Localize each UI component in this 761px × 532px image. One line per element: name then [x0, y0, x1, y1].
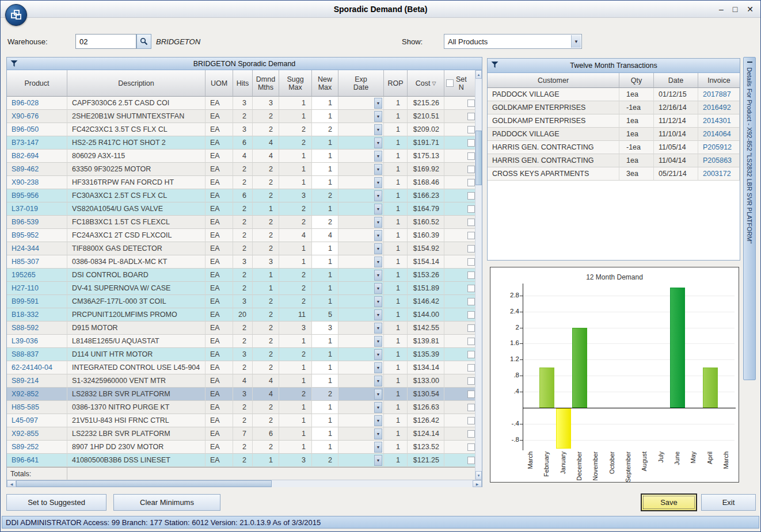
exp-date-cell[interactable]: ▼ [338, 374, 384, 388]
new-max-cell[interactable]: 1 [312, 202, 338, 216]
horizontal-scrollbar-thumb[interactable] [16, 480, 272, 487]
exp-date-dropdown-icon[interactable]: ▼ [374, 98, 382, 109]
table-row[interactable]: B96-028CAPF3030C6 2.5T CASD COIEA3311▼1$… [7, 97, 476, 110]
exp-date-dropdown-icon[interactable]: ▼ [374, 323, 382, 334]
new-max-cell[interactable]: 1 [312, 295, 338, 308]
product-cell[interactable]: S88-837 [7, 348, 67, 361]
maximize-button[interactable]: □ [733, 5, 737, 14]
product-cell[interactable]: B96-028 [7, 97, 67, 110]
exp-date-dropdown-icon[interactable]: ▼ [374, 402, 382, 413]
product-cell[interactable]: H85-307 [7, 255, 67, 269]
new-max-cell[interactable]: 1 [312, 136, 338, 150]
product-cell[interactable]: B95-956 [7, 189, 67, 202]
exp-date-cell[interactable]: ▼ [338, 308, 384, 322]
col-header-new[interactable]: New Max [312, 70, 338, 97]
select-all-checkbox[interactable] [446, 79, 454, 87]
new-max-cell[interactable]: 1 [312, 97, 338, 110]
set-checkbox[interactable] [467, 417, 475, 424]
set-checkbox[interactable] [467, 152, 475, 160]
exp-date-cell[interactable]: ▼ [338, 202, 384, 216]
table-row[interactable]: X90-238HF3316TRPW FAN FORCD HTEA2211▼1$1… [7, 176, 476, 189]
new-max-cell[interactable]: 1 [312, 255, 338, 269]
exp-date-dropdown-icon[interactable]: ▼ [374, 124, 382, 135]
table-row[interactable]: B96-64141080500B3B6 DSS LINESETEA2132▼1$… [7, 454, 476, 467]
invoice-link[interactable]: 2016492 [698, 101, 740, 114]
tx-col-header-date[interactable]: Date [654, 73, 698, 88]
new-max-cell[interactable]: 1 [312, 414, 338, 427]
table-row[interactable]: B73-147HS2-25 R417C HOT SHOT 2EA6421▼1$1… [7, 136, 476, 150]
tx-col-header-customer[interactable]: Customer [488, 73, 619, 88]
new-max-cell[interactable]: 1 [312, 401, 338, 414]
exp-date-cell[interactable]: ▼ [338, 242, 384, 255]
product-cell[interactable]: H24-344 [7, 242, 67, 255]
table-row[interactable]: B95-952FC24A3XC1 2T CSD FLXCOILEA2244▼1$… [7, 229, 476, 242]
new-max-cell[interactable]: 1 [312, 361, 338, 374]
filter-icon[interactable] [10, 60, 18, 69]
table-row[interactable]: X92-852LS2832 LBR SVR PLATFORMEA3422▼1$1… [7, 388, 476, 401]
invoice-link[interactable]: P205912 [698, 141, 740, 154]
exp-date-cell[interactable]: ▼ [338, 136, 384, 150]
col-header-hits[interactable]: Hits [233, 70, 253, 97]
set-checkbox[interactable] [467, 364, 475, 372]
exp-date-dropdown-icon[interactable]: ▼ [374, 217, 382, 228]
exp-date-dropdown-icon[interactable]: ▼ [374, 204, 382, 215]
col-header-cost[interactable]: Cost▽ [408, 70, 444, 97]
exit-button[interactable]: Exit [701, 494, 756, 511]
table-row[interactable]: 195265DSI CONTROL BOARDEA2121▼1$153.26 [7, 269, 476, 282]
table-row[interactable]: S89-46263350 9F30225 MOTOREA2211▼1$169.9… [7, 163, 476, 176]
exp-date-cell[interactable]: ▼ [338, 414, 384, 427]
new-max-cell[interactable]: 1 [312, 176, 338, 189]
set-checkbox[interactable] [467, 377, 475, 385]
exp-date-cell[interactable]: ▼ [338, 216, 384, 229]
new-max-cell[interactable]: 1 [312, 242, 338, 255]
exp-date-dropdown-icon[interactable]: ▼ [374, 151, 382, 162]
vertical-scrollbar[interactable]: ▲ ▼ [475, 70, 482, 480]
table-row[interactable]: B18-332PRCPUNIT120LMFIMS PROMOEA202115▼1… [7, 308, 476, 322]
table-row[interactable]: S88-592D915 MOTOREA2233▼1$142.55 [7, 322, 476, 335]
set-checkbox[interactable] [467, 192, 475, 200]
exp-date-dropdown-icon[interactable]: ▼ [374, 309, 382, 320]
exp-date-dropdown-icon[interactable]: ▼ [374, 442, 382, 453]
exp-date-cell[interactable]: ▼ [338, 361, 384, 374]
set-checkbox[interactable] [467, 139, 475, 147]
set-checkbox[interactable] [467, 457, 475, 464]
new-max-cell[interactable]: 2 [312, 454, 338, 467]
set-checkbox[interactable] [467, 404, 475, 411]
new-max-cell[interactable]: 2 [312, 216, 338, 229]
exp-date-dropdown-icon[interactable]: ▼ [374, 376, 382, 386]
set-checkbox[interactable] [467, 271, 475, 279]
invoice-link[interactable]: 2014064 [698, 128, 740, 141]
exp-date-cell[interactable]: ▼ [338, 97, 384, 110]
product-cell[interactable]: 195265 [7, 269, 67, 282]
set-checkbox[interactable] [467, 298, 475, 305]
product-cell[interactable]: B82-694 [7, 150, 67, 163]
table-row[interactable]: S89-214S1-32425960000 VENT MTREA4411▼1$1… [7, 374, 476, 388]
invoice-link[interactable]: P205863 [698, 154, 740, 167]
set-checkbox[interactable] [467, 99, 475, 107]
exp-date-dropdown-icon[interactable]: ▼ [374, 137, 382, 148]
new-max-cell[interactable]: 1 [312, 335, 338, 348]
invoice-link[interactable]: 2014301 [698, 114, 740, 128]
exp-date-cell[interactable]: ▼ [338, 110, 384, 123]
set-checkbox[interactable] [467, 258, 475, 266]
minimize-button[interactable]: – [719, 5, 724, 14]
table-row[interactable]: B82-694806029 A3X-115EA4411▼1$175.13 [7, 150, 476, 163]
product-cell[interactable]: S89-252 [7, 441, 67, 454]
product-cell[interactable]: B99-591 [7, 295, 67, 308]
new-max-cell[interactable]: 1 [312, 163, 338, 176]
table-row[interactable]: B95-956FC30A3XC1 2.5T CS FLX CLEA6232▼1$… [7, 189, 476, 202]
clear-minimums-button[interactable]: Clear Minimums [113, 494, 220, 511]
new-max-cell[interactable]: 2 [312, 123, 338, 136]
exp-date-dropdown-icon[interactable]: ▼ [374, 389, 382, 400]
exp-date-dropdown-icon[interactable]: ▼ [374, 257, 382, 267]
invoice-link[interactable]: 2003172 [698, 167, 740, 181]
product-cell[interactable]: B96-539 [7, 216, 67, 229]
exp-date-cell[interactable]: ▼ [338, 282, 384, 295]
set-checkbox[interactable] [467, 391, 475, 398]
new-max-cell[interactable]: 1 [312, 282, 338, 295]
invoice-link[interactable]: 2017887 [698, 88, 740, 101]
new-max-cell[interactable]: 1 [312, 110, 338, 123]
exp-date-dropdown-icon[interactable]: ▼ [374, 177, 382, 188]
product-cell[interactable]: B96-641 [7, 454, 67, 467]
col-header-dmnd[interactable]: Dmnd Mths [253, 70, 279, 97]
